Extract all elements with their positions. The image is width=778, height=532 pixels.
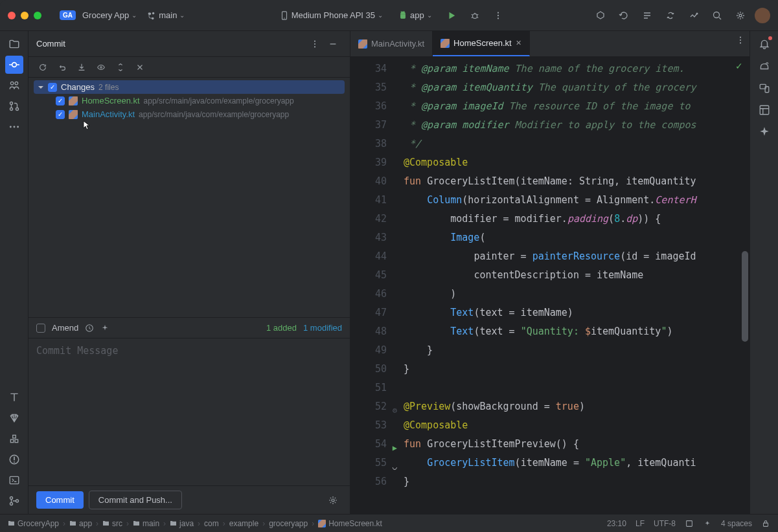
code-line[interactable]: fun GroceryListItem(itemName: String, it… — [398, 172, 749, 191]
task-button[interactable] — [638, 6, 656, 25]
commit-button[interactable]: Commit — [36, 491, 84, 509]
file-encoding[interactable]: UTF-8 — [654, 519, 676, 528]
updates-button[interactable] — [685, 6, 703, 25]
indent-status[interactable]: 4 spaces — [721, 519, 752, 528]
commit-and-push-button[interactable]: Commit and Push... — [89, 491, 182, 509]
project-tool-button[interactable] — [5, 35, 23, 53]
code-line[interactable]: } — [398, 341, 749, 360]
code-line[interactable]: ) — [398, 285, 749, 304]
file-checkbox[interactable]: ✓ — [56, 110, 65, 119]
breadcrumb-item[interactable]: src — [102, 519, 122, 528]
breadcrumb[interactable]: GroceryApp›app›src›main›java›com›example… — [8, 519, 382, 528]
code-line[interactable]: fun GroceryListItemPreview() { — [398, 435, 749, 454]
minimize-window-button[interactable] — [21, 12, 29, 19]
lock-icon[interactable] — [761, 519, 770, 528]
changes-root[interactable]: ✓ Changes 2 files — [34, 80, 345, 94]
text-tool-button[interactable] — [5, 388, 23, 406]
vcs-tool-button[interactable] — [5, 492, 23, 510]
emulator-button[interactable] — [755, 101, 773, 119]
editor-tab[interactable]: HomeScreen.kt ✕ — [433, 31, 530, 56]
code-line[interactable]: @Composable — [398, 416, 749, 435]
breadcrumb-item[interactable]: HomeScreen.kt — [318, 519, 382, 528]
line-number[interactable]: 34 — [353, 60, 387, 78]
scrollbar-thumb[interactable] — [742, 251, 748, 342]
code-view[interactable]: * @param itemName The name of the grocer… — [398, 57, 749, 514]
structure-tool-button[interactable] — [5, 76, 23, 94]
build-tool-button[interactable] — [5, 430, 23, 448]
run-config-selector[interactable]: app ⌄ — [393, 6, 437, 25]
breadcrumb-item[interactable]: GroceryApp — [8, 519, 59, 528]
line-number[interactable]: 44 — [353, 247, 387, 266]
ai-assistant-button[interactable] — [755, 123, 773, 141]
changelist-button[interactable] — [133, 61, 146, 74]
pull-requests-tool-button[interactable] — [5, 97, 23, 115]
device-manager-button[interactable] — [755, 79, 773, 97]
line-separator[interactable]: LF — [635, 519, 645, 528]
line-number[interactable]: 46 — [353, 285, 387, 304]
line-number[interactable]: 51 — [353, 379, 387, 397]
changes-checkbox[interactable]: ✓ — [48, 83, 57, 92]
code-line[interactable]: * @param itemName The name of the grocer… — [398, 60, 749, 78]
file-row[interactable]: ✓ HomeScreen.kt app/src/main/java/com/ex… — [34, 94, 345, 107]
gutter-dot-icon[interactable]: ◡ — [393, 458, 397, 476]
line-number[interactable]: 50 — [353, 360, 387, 379]
line-number[interactable]: 48 — [353, 322, 387, 341]
notifications-button[interactable] — [755, 35, 773, 53]
sparkle-icon[interactable] — [100, 324, 109, 333]
user-avatar[interactable] — [755, 8, 770, 23]
file-row[interactable]: ✓ MainActivity.kt app/src/main/java/com/… — [34, 107, 345, 121]
terminal-tool-button[interactable] — [5, 471, 23, 489]
rollback-button[interactable] — [56, 61, 69, 74]
breadcrumb-item[interactable]: app — [69, 519, 92, 528]
code-line[interactable]: contentDescription = itemName — [398, 266, 749, 285]
code-line[interactable]: @Preview(showBackground = true) — [398, 397, 749, 416]
ai-icon[interactable] — [703, 519, 712, 528]
code-line[interactable]: @Composable — [398, 153, 749, 172]
code-line[interactable]: } — [398, 472, 749, 491]
line-number[interactable]: 38 — [353, 135, 387, 153]
breadcrumb-item[interactable]: java — [170, 519, 194, 528]
code-line[interactable]: */ — [398, 135, 749, 153]
device-selector[interactable]: Medium Phone API 35 ⌄ — [275, 6, 388, 25]
line-number[interactable]: 41 — [353, 191, 387, 210]
line-number[interactable]: 54▶ — [353, 435, 387, 454]
breadcrumb-item[interactable]: main — [133, 519, 159, 528]
readonly-icon[interactable] — [685, 519, 694, 528]
line-number[interactable]: 43 — [353, 228, 387, 247]
commit-options-button[interactable] — [324, 491, 342, 509]
commit-tool-button[interactable] — [5, 56, 23, 74]
code-line[interactable]: Column(horizontalAlignment = Alignment.C… — [398, 191, 749, 210]
line-number[interactable]: 37 — [353, 116, 387, 135]
code-line[interactable]: GroceryListItem(itemName = "Apple", item… — [398, 454, 749, 472]
more-actions-button[interactable] — [489, 6, 507, 25]
panel-options-button[interactable] — [306, 35, 324, 53]
refresh-button[interactable] — [36, 61, 49, 74]
branch-selector[interactable]: main ⌄ — [142, 8, 190, 23]
show-diff-button[interactable] — [95, 61, 108, 74]
line-number[interactable]: 35 — [353, 78, 387, 97]
commit-message-input[interactable] — [36, 345, 342, 479]
line-number[interactable]: 56 — [353, 472, 387, 491]
code-with-me-button[interactable] — [591, 6, 610, 25]
line-number[interactable]: 47 — [353, 304, 387, 322]
close-window-button[interactable] — [8, 12, 16, 19]
close-tab-icon[interactable]: ✕ — [516, 39, 521, 47]
code-line[interactable]: } — [398, 360, 749, 379]
code-line[interactable]: * @param itemQuantity The quantity of th… — [398, 78, 749, 97]
code-line[interactable]: * @param imageId The resource ID of the … — [398, 97, 749, 116]
panel-minimize-button[interactable] — [324, 35, 342, 53]
problems-tool-button[interactable] — [5, 450, 23, 469]
maximize-window-button[interactable] — [34, 12, 41, 19]
reload-button[interactable] — [615, 6, 633, 25]
code-line[interactable]: painter = painterResource(id = imageId — [398, 247, 749, 266]
expand-collapse-button[interactable] — [114, 61, 127, 74]
line-number[interactable]: 42 — [353, 210, 387, 228]
gradle-button[interactable] — [755, 57, 773, 75]
code-line[interactable]: Text(text = itemName) — [398, 304, 749, 322]
breadcrumb-item[interactable]: example — [229, 519, 258, 528]
inspection-ok-icon[interactable]: ✓ — [735, 61, 743, 71]
settings-button[interactable] — [731, 6, 749, 25]
gem-tool-button[interactable] — [5, 409, 23, 427]
run-gutter-icon[interactable]: ▶ — [393, 439, 397, 458]
line-number[interactable]: 39 — [353, 153, 387, 172]
